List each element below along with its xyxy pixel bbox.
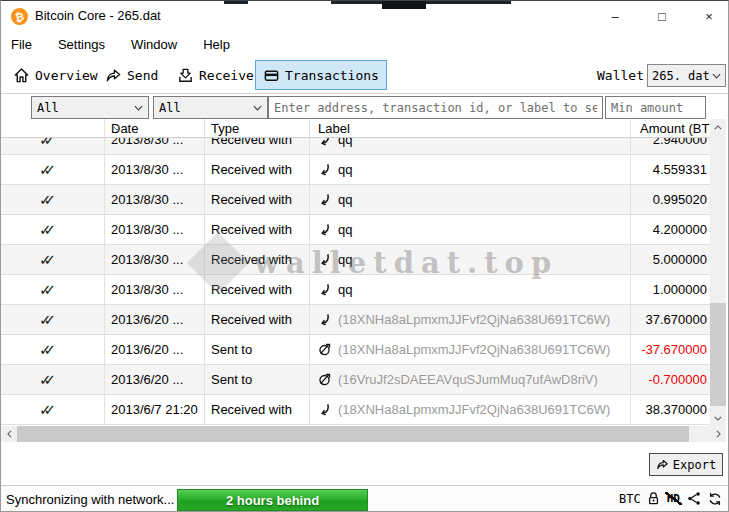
table-header: Date Type Label Amount (BT [1,119,710,138]
cell-amount: -0.700000 [631,365,710,395]
received-arrow-icon [318,138,331,146]
cell-status: ✓✓ [1,335,105,365]
wallet-selector[interactable]: 265. dat [647,64,726,87]
sort-indicator-icon [113,117,121,135]
cell-status: ✓✓ [1,138,105,155]
search-input[interactable] [268,96,603,119]
bitcoin-core-window: ₿ Bitcoin Core - 265.dat – □ × File Sett… [0,0,729,512]
table-row[interactable]: ✓✓ 2013/8/30 ... Received with qq 4.2000… [1,215,710,245]
progress-label: 2 hours behind [226,493,319,508]
min-amount-input[interactable] [605,96,706,119]
chevron-down-icon [712,73,721,79]
header-label[interactable]: Label [310,119,631,137]
confirmed-icon: ✓✓ [39,138,56,149]
chevron-down-icon [253,105,262,111]
transactions-table-body: ✓✓ 2013/8/30 ... Received with qq 2.9400… [1,138,710,426]
cell-status: ✓✓ [1,395,105,425]
horizontal-scrollbar-thumb[interactable] [17,426,689,442]
maximize-button[interactable]: □ [646,5,678,27]
menu-file[interactable]: File [11,37,32,52]
horizontal-scrollbar[interactable] [1,426,726,442]
cell-amount: 2.940000 [631,138,710,155]
confirmed-icon: ✓✓ [39,341,56,359]
menu-help[interactable]: Help [203,37,230,52]
header-amount[interactable]: Amount (BT [631,119,710,137]
received-arrow-icon [318,253,331,266]
cell-amount: 5.000000 [631,245,710,275]
receive-tab[interactable]: Receive [169,60,262,90]
unit-display[interactable]: BTC [619,492,641,506]
receive-tray-icon [177,67,194,84]
cell-amount: 1.000000 [631,275,710,305]
cell-label: (18XNHa8aLpmxmJJFvf2QjNa638U691TC6W) [310,305,631,335]
filter-bar: All All [1,96,728,119]
header-status[interactable] [1,119,105,137]
table-row[interactable]: ✓✓ 2013/6/20 ... Received with (18XNHa8a… [1,305,710,335]
type-filter-dropdown[interactable]: All [153,96,268,119]
menu-window[interactable]: Window [131,37,177,52]
cell-date: 2013/8/30 ... [105,138,205,155]
overview-tab[interactable]: Overview [5,60,106,90]
table-row[interactable]: ✓✓ 2013/8/30 ... Received with qq 4.5593… [1,155,710,185]
overview-label: Overview [35,68,98,83]
table-row[interactable]: ✓✓ 2013/8/30 ... Received with qq 5.0000… [1,245,710,275]
transactions-label: Transactions [285,68,379,83]
confirmed-icon: ✓✓ [39,281,56,299]
vertical-scrollbar[interactable] [710,119,726,426]
send-tab[interactable]: Send [97,60,166,90]
menu-settings[interactable]: Settings [58,37,105,52]
table-row[interactable]: ✓✓ 2013/8/30 ... Received with qq 1.0000… [1,275,710,305]
minimize-button[interactable]: – [599,5,631,27]
table-row[interactable]: ✓✓ 2013/6/20 ... Sent to (18XNHa8aLpmxmJ… [1,335,710,365]
table-row[interactable]: ✓✓ 2013/6/20 ... Sent to (16VruJf2sDAEEA… [1,365,710,395]
cell-status: ✓✓ [1,275,105,305]
hd-disabled-icon: HD [666,492,681,505]
sync-progress-bar: 2 hours behind [177,489,368,511]
cell-amount: 37.670000 [631,305,710,335]
cell-date: 2013/6/20 ... [105,305,205,335]
row-label-text: qq [338,192,352,207]
cell-label: qq [310,275,631,305]
menu-bar: File Settings Window Help [1,31,728,57]
cell-label: qq [310,185,631,215]
row-label-text: (18XNHa8aLpmxmJJFvf2QjNa638U691TC6W) [338,342,610,357]
row-label-text: qq [338,282,352,297]
scroll-down-icon[interactable] [710,410,726,426]
toolbar: Overview Send Receive Transactions Walle… [1,57,728,94]
received-arrow-icon [318,283,331,296]
transactions-card-icon [263,67,280,84]
export-label: Export [673,458,716,472]
cell-label: qq [310,215,631,245]
date-filter-value: All [37,101,59,115]
table-row[interactable]: ✓✓ 2013/8/30 ... Received with qq 0.9950… [1,185,710,215]
cell-type: Sent to [205,365,310,395]
cell-type: Received with [205,275,310,305]
close-button[interactable]: × [693,5,725,27]
table-row[interactable]: ✓✓ 2013/8/30 ... Received with qq 2.9400… [1,138,710,155]
row-label-text: (18XNHa8aLpmxmJJFvf2QjNa638U691TC6W) [338,402,610,417]
cell-date: 2013/8/30 ... [105,215,205,245]
confirmed-icon: ✓✓ [39,401,56,419]
transactions-tab[interactable]: Transactions [255,60,387,90]
cell-type: Received with [205,215,310,245]
vertical-scrollbar-thumb[interactable] [710,303,726,406]
scroll-up-icon[interactable] [710,119,726,135]
scroll-right-icon[interactable] [710,426,726,442]
export-button[interactable]: Export [649,453,723,476]
bitcoin-logo-icon: ₿ [9,6,29,26]
received-arrow-icon [318,403,331,416]
confirmed-icon: ✓✓ [39,161,56,179]
table-row[interactable]: ✓✓ 2013/6/7 21:20 Received with (18XNHa8… [1,395,710,425]
sent-slash-icon [318,343,331,356]
receive-label: Receive [199,68,254,83]
cell-status: ✓✓ [1,215,105,245]
header-type[interactable]: Type [205,119,310,137]
cell-status: ✓✓ [1,305,105,335]
send-arrow-icon [105,67,122,84]
screen-artifact [382,1,426,9]
cell-amount: 0.995020 [631,185,710,215]
date-filter-dropdown[interactable]: All [31,96,149,119]
cell-date: 2013/8/30 ... [105,275,205,305]
scroll-left-icon[interactable] [1,426,17,442]
confirmed-icon: ✓✓ [39,221,56,239]
